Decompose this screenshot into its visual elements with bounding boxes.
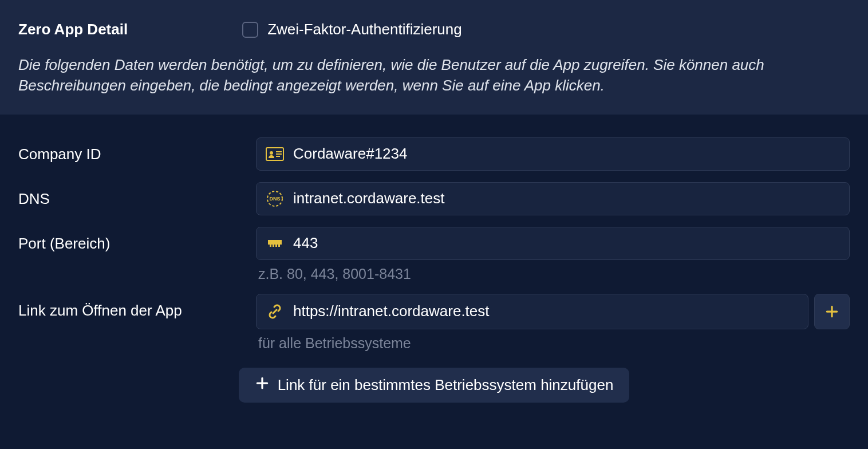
row-dns: DNS DNS — [18, 182, 850, 215]
header-top-row: Zero App Detail Zwei-Faktor-Authentifizi… — [18, 21, 850, 38]
dns-icon: DNS — [266, 190, 284, 208]
add-link-button[interactable] — [814, 294, 850, 329]
link-icon — [266, 302, 284, 321]
company-id-label: Company ID — [18, 137, 256, 163]
page-title: Zero App Detail — [18, 21, 128, 38]
svg-text:DNS: DNS — [269, 196, 280, 202]
twofa-row: Zwei-Faktor-Authentifizierung — [242, 21, 462, 38]
svg-point-1 — [270, 151, 273, 155]
ethernet-icon — [266, 234, 284, 253]
header-description: Die folgenden Daten werden benötigt, um … — [18, 54, 850, 96]
company-id-input-box[interactable] — [256, 137, 850, 171]
port-input[interactable] — [293, 234, 840, 252]
company-id-input[interactable] — [293, 145, 840, 163]
add-os-row: Link für ein bestimmtes Betriebssystem h… — [18, 368, 850, 403]
svg-rect-2 — [276, 151, 282, 152]
twofa-label: Zwei-Faktor-Authentifizierung — [267, 21, 462, 38]
port-label: Port (Bereich) — [18, 227, 256, 253]
port-hint: z.B. 80, 443, 8001-8431 — [256, 266, 850, 282]
svg-rect-4 — [276, 156, 280, 157]
port-input-box[interactable] — [256, 227, 850, 260]
add-os-link-button[interactable]: Link für ein bestimmtes Betriebssystem h… — [239, 368, 630, 403]
plus-icon — [255, 376, 270, 395]
id-card-icon — [266, 145, 284, 163]
row-company-id: Company ID — [18, 137, 850, 171]
link-input[interactable] — [293, 302, 799, 320]
dns-label: DNS — [18, 182, 256, 208]
link-input-box[interactable] — [256, 294, 808, 329]
row-port: Port (Bereich) z.B. 80, 443, 8001-8431 — [18, 227, 850, 282]
dns-input-box[interactable]: DNS — [256, 182, 850, 215]
link-label: Link zum Öffnen der App — [18, 294, 256, 320]
svg-rect-3 — [276, 153, 282, 155]
link-hint: für alle Betriebssysteme — [256, 335, 850, 352]
add-os-link-label: Link für ein bestimmtes Betriebssystem h… — [278, 376, 614, 394]
header-section: Zero App Detail Zwei-Faktor-Authentifizi… — [0, 0, 868, 115]
form-section: Company ID DNS — [0, 115, 868, 414]
row-link: Link zum Öffnen der App — [18, 294, 850, 352]
twofa-checkbox[interactable] — [242, 22, 258, 38]
dns-input[interactable] — [293, 190, 840, 207]
